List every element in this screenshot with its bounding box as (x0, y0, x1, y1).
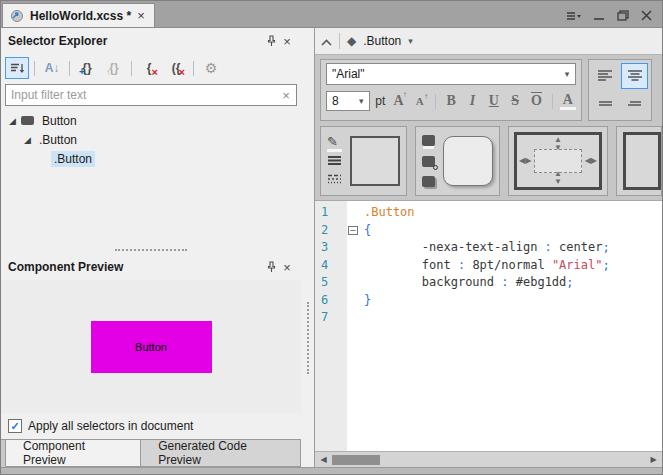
clipped-group (616, 126, 662, 196)
line-number: 4 (321, 257, 347, 275)
font-color-button[interactable]: A (560, 93, 576, 110)
tree-item-label: .Button (36, 132, 80, 148)
scrollbar-thumb[interactable] (332, 455, 380, 465)
horizontal-splitter[interactable] (1, 246, 301, 254)
tab-component-preview[interactable]: Component Preview (5, 440, 141, 467)
pin-icon[interactable] (263, 259, 279, 275)
toolbar-separator (552, 94, 553, 109)
margin-right-arrows[interactable]: ◀▶ (585, 157, 597, 165)
selector-diamond-icon: ◆ (347, 34, 356, 48)
clear-filter-icon[interactable]: × (276, 88, 296, 103)
restore-icon[interactable] (617, 10, 629, 21)
add-selector-button[interactable]: {} + (75, 57, 99, 79)
align-center-button[interactable] (621, 63, 648, 89)
background-tool-icons (422, 133, 435, 189)
check-icon: ✓ (10, 420, 19, 433)
component-icon (21, 116, 34, 125)
apply-selectors-checkbox[interactable]: ✓ (8, 419, 22, 433)
margin-top-arrows[interactable]: ▲▼ (554, 136, 562, 152)
tree-item-label: .Button (51, 151, 95, 167)
decrease-font-button[interactable]: A↑ (412, 95, 428, 107)
toolbar-separator (193, 61, 194, 76)
code-line[interactable] (364, 309, 662, 327)
valign-center-button[interactable] (621, 91, 648, 117)
close-panel-icon[interactable]: × (279, 259, 295, 275)
line-number: 3 (321, 239, 347, 257)
tab-generated-code-preview[interactable]: Generated Code Preview (141, 440, 301, 467)
application-window: HelloWorld.xcss * × (0, 0, 663, 475)
border-tool-icons: ✎ (327, 133, 342, 189)
xcss-code-editor[interactable]: 1234567 – .Button{ -nexa-text-align : ce… (315, 200, 662, 451)
border-style-icon[interactable] (327, 170, 342, 188)
close-window-icon[interactable] (641, 10, 652, 21)
overline-button[interactable]: O (528, 93, 544, 109)
shadow-icon[interactable] (422, 176, 435, 187)
margin-left-arrows[interactable]: ◀▶ (519, 157, 531, 165)
background-color-icon[interactable] (422, 135, 435, 146)
sort-document-order-button[interactable] (5, 57, 29, 79)
bold-button[interactable]: B (443, 93, 459, 109)
tab-close-icon[interactable]: × (137, 9, 145, 22)
underline-button[interactable]: U (486, 93, 502, 109)
code-line[interactable]: -nexa-text-align : center; (364, 239, 662, 257)
style-toolbars: "Arial" ▾ 8 ▾ pt A↑ A↑ B (315, 55, 662, 200)
italic-button[interactable]: I (464, 93, 480, 109)
window-menu-icon[interactable] (566, 11, 582, 21)
move-selector-up-button[interactable]: {} ↑ (102, 57, 126, 79)
margin-bottom-arrows[interactable]: ▲▼ (554, 170, 562, 186)
scroll-left-icon[interactable]: ◀ (315, 455, 332, 464)
filter-input[interactable] (6, 88, 276, 102)
minimize-icon[interactable] (594, 11, 605, 21)
document-tab[interactable]: HelloWorld.xcss * × (2, 3, 155, 27)
margin-editor[interactable]: ▲▼ ▲▼ ◀▶ ◀▶ (514, 132, 602, 190)
code-line[interactable]: background : #ebg1dd; (364, 274, 662, 292)
current-selector-label: .Button (363, 34, 401, 48)
scroll-right-icon[interactable]: ▶ (645, 455, 662, 464)
font-group: "Arial" ▾ 8 ▾ pt A↑ A↑ B (320, 59, 582, 121)
code-text-area[interactable]: .Button{ -nexa-text-align : center; font… (362, 201, 662, 451)
preview-button[interactable]: Button (91, 321, 212, 373)
pin-icon[interactable] (263, 33, 279, 49)
left-dock: Selector Explorer × (1, 27, 301, 467)
close-panel-icon[interactable]: × (279, 33, 295, 49)
window-controls (566, 10, 662, 27)
font-size-combobox[interactable]: 8 ▾ (326, 91, 370, 111)
code-folding-column: – (347, 201, 362, 451)
collapse-ribbon-icon[interactable] (321, 32, 332, 50)
sort-alphabetical-button[interactable]: A↓ (40, 57, 64, 79)
strikethrough-button[interactable]: S (507, 93, 523, 109)
fold-marker-icon[interactable]: – (348, 226, 358, 235)
remove-all-selectors-button[interactable]: ({ × (164, 57, 188, 79)
code-line[interactable]: } (364, 292, 662, 310)
code-line[interactable]: font : 8pt/normal "Arial"; (364, 257, 662, 275)
toolbar-separator (435, 94, 436, 109)
window-bottom-edge (1, 467, 662, 474)
font-family-combobox[interactable]: "Arial" ▾ (326, 63, 576, 85)
settings-gear-icon[interactable]: ⚙ (199, 57, 223, 79)
border-preview[interactable] (350, 136, 400, 186)
code-line[interactable]: .Button (364, 204, 662, 222)
line-number: 5 (321, 274, 347, 292)
remove-selector-button[interactable]: { × (137, 57, 161, 79)
border-color-icon[interactable]: ✎ (327, 135, 342, 152)
background-preview[interactable] (443, 136, 493, 186)
filter-row: × (1, 82, 301, 108)
horizontal-scrollbar[interactable]: ◀ ▶ (315, 451, 662, 467)
filter-box: × (5, 84, 297, 106)
align-left-button[interactable] (592, 63, 619, 89)
line-number-gutter: 1234567 (315, 201, 347, 451)
code-line[interactable]: { (364, 222, 662, 240)
vertical-splitter[interactable] (301, 27, 314, 467)
tree-item-Button-0[interactable]: ◢Button (1, 111, 301, 130)
background-image-icon[interactable] (422, 156, 435, 167)
tree-item-Button-2[interactable]: .Button (1, 149, 301, 168)
expander-icon[interactable]: ◢ (7, 116, 18, 126)
border-width-icon[interactable] (327, 152, 342, 170)
toolbar-separator (69, 61, 70, 76)
selector-dropdown-icon[interactable]: ▾ (408, 36, 413, 46)
increase-font-button[interactable]: A↑ (390, 93, 406, 109)
expander-icon[interactable]: ◢ (22, 135, 33, 145)
tree-item-label: Button (39, 113, 80, 129)
valign-top-button[interactable] (592, 91, 619, 117)
tree-item-Button-1[interactable]: ◢.Button (1, 130, 301, 149)
